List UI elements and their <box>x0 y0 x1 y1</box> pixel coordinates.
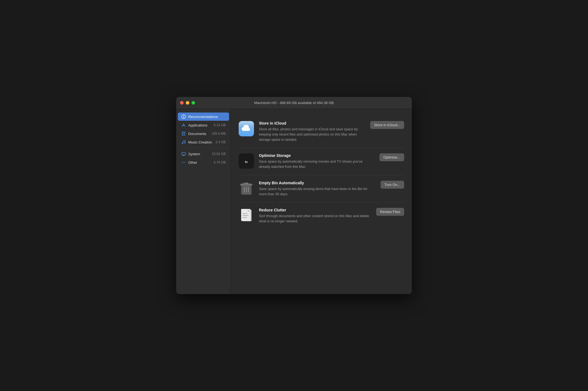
other-icon <box>181 160 186 165</box>
applications-icon <box>181 123 186 128</box>
reduce-clutter-content: Reduce Clutter Sort through documents an… <box>259 208 371 224</box>
close-button[interactable] <box>180 101 184 105</box>
sidebar-item-recommendations[interactable]: Recommendations <box>178 113 229 121</box>
recommendations-icon <box>181 114 186 119</box>
empty-bin-content: Empty Bin Automatically Save space by au… <box>259 181 376 197</box>
svg-point-7 <box>184 162 185 163</box>
empty-bin-description: Save space by automatically erasing item… <box>259 186 376 197</box>
maximize-button[interactable] <box>192 101 195 105</box>
svg-text:tv: tv <box>245 160 248 163</box>
icloud-description: Store all files, photos and messages in … <box>259 127 365 142</box>
svg-rect-20 <box>242 217 247 218</box>
recommendation-reduce-clutter: Reduce Clutter Sort through documents an… <box>239 202 404 229</box>
sidebar-item-other[interactable]: Other 4.76 GB <box>178 158 229 166</box>
optimise-content: Optimise Storage Save space by automatic… <box>259 153 375 169</box>
optimise-title: Optimise Storage <box>259 153 375 158</box>
optimise-description: Save space by automatically removing mov… <box>259 159 375 169</box>
svg-point-5 <box>182 162 182 163</box>
documents-icon <box>181 131 186 136</box>
sidebar-documents-size: 185.6 MB <box>212 132 226 136</box>
sidebar-divider <box>179 148 227 148</box>
sidebar-item-applications[interactable]: Applications 5.14 GB <box>178 121 229 129</box>
svg-rect-18 <box>242 213 247 214</box>
sidebar-other-size: 4.76 GB <box>214 160 226 164</box>
system-icon <box>181 151 186 156</box>
icloud-button[interactable]: Store in iCloud... <box>370 121 404 129</box>
minimize-button[interactable] <box>186 101 189 105</box>
titlebar: Macintosh HD - 466.69 GB available of 49… <box>176 97 412 109</box>
appletv-icon: tv <box>239 153 254 169</box>
reduce-clutter-action: Review Files <box>376 208 404 216</box>
traffic-lights <box>180 101 195 105</box>
recommendation-icloud: Store in iCloud Store all files, photos … <box>239 116 404 148</box>
sidebar-other-label: Other <box>188 160 212 165</box>
svg-rect-4 <box>182 153 185 155</box>
sidebar-applications-size: 5.14 GB <box>214 123 226 127</box>
window-title: Macintosh HD - 466.69 GB available of 49… <box>254 101 334 105</box>
svg-rect-13 <box>244 187 245 192</box>
sidebar-system-size: 15.04 GB <box>212 152 226 156</box>
recommendation-optimise: tv Optimise Storage Save space by automa… <box>239 148 404 175</box>
music-creation-icon <box>181 140 186 145</box>
reduce-clutter-description: Sort through documents and other content… <box>259 214 371 224</box>
optimise-button[interactable]: Optimise... <box>379 153 404 161</box>
icloud-icon <box>239 121 254 136</box>
svg-rect-14 <box>246 187 247 192</box>
empty-bin-title: Empty Bin Automatically <box>259 181 376 185</box>
svg-point-6 <box>183 162 184 163</box>
svg-rect-15 <box>248 187 249 192</box>
main-window: Macintosh HD - 466.69 GB available of 49… <box>176 97 412 294</box>
sidebar-music-size: 2.4 GB <box>216 140 226 144</box>
icloud-action: Store in iCloud... <box>370 121 404 129</box>
review-files-button[interactable]: Review Files <box>376 208 404 216</box>
trash-icon <box>239 181 254 196</box>
content-area: Store in iCloud Store all files, photos … <box>231 109 412 294</box>
sidebar-item-system[interactable]: System 15.04 GB <box>178 150 229 158</box>
icloud-content: Store in iCloud Store all files, photos … <box>259 121 365 142</box>
sidebar: Recommendations Applications 5.14 GB <box>176 109 231 294</box>
empty-bin-action: Turn On... <box>381 181 404 189</box>
svg-rect-19 <box>242 215 249 216</box>
empty-bin-button[interactable]: Turn On... <box>381 181 404 189</box>
icloud-title: Store in iCloud <box>259 121 365 125</box>
reduce-clutter-title: Reduce Clutter <box>259 208 371 212</box>
sidebar-music-label: Music Creation <box>188 140 213 144</box>
sidebar-item-music-creation[interactable]: Music Creation 2.4 GB <box>178 138 229 146</box>
sidebar-system-label: System <box>188 152 210 156</box>
svg-rect-1 <box>182 132 185 135</box>
optimise-action: Optimise... <box>379 153 404 161</box>
sidebar-item-documents[interactable]: Documents 185.6 MB <box>178 130 229 138</box>
sidebar-documents-label: Documents <box>188 132 210 136</box>
sidebar-recommendations-label: Recommendations <box>188 115 226 119</box>
document-icon <box>239 208 254 223</box>
main-content: Recommendations Applications 5.14 GB <box>176 109 412 294</box>
sidebar-applications-label: Applications <box>188 123 212 127</box>
recommendation-empty-bin: Empty Bin Automatically Save space by au… <box>239 175 404 203</box>
